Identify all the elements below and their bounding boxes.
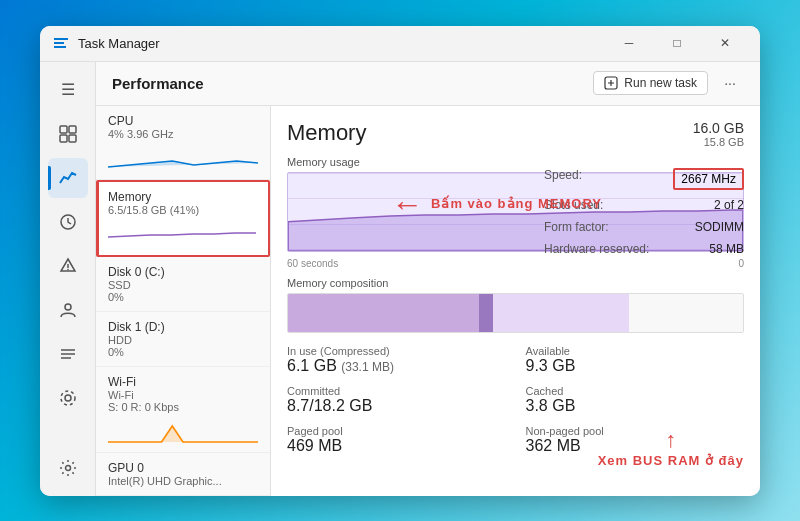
sidebar-services-icon[interactable] (48, 378, 88, 418)
sidebar-performance-icon[interactable] (48, 158, 88, 198)
gpu0-name: GPU 0 (108, 461, 258, 475)
wifi-mini-chart (108, 416, 258, 444)
titlebar: Task Manager ─ □ ✕ (40, 26, 760, 62)
more-options-button[interactable]: ··· (716, 69, 744, 97)
stat-committed: Committed 8.7/18.2 GB (287, 385, 506, 415)
memory-name: Memory (108, 190, 256, 204)
disk1-sub2: 0% (108, 346, 258, 358)
annotation-memory-text: Bấm vào bảng MEMORY (431, 196, 602, 211)
cpu-name: CPU (108, 114, 258, 128)
inuse-compressed: (33.1 MB) (341, 360, 394, 374)
sidebar-startup-icon[interactable] (48, 246, 88, 286)
memory-mini-chart (108, 219, 256, 247)
sidebar-users-icon[interactable] (48, 290, 88, 330)
wifi-sub2: S: 0 R: 0 Kbps (108, 401, 258, 413)
sidebar-processes-icon[interactable] (48, 114, 88, 154)
speed-label: Speed: (544, 168, 582, 190)
run-new-task-button[interactable]: Run new task (593, 71, 708, 95)
composition-free-segment (629, 294, 743, 332)
form-factor-value: SODIMM (695, 220, 744, 234)
cpu-mini-chart (108, 143, 258, 171)
memory-composition-bar (287, 293, 744, 333)
task-manager-window: Task Manager ─ □ ✕ ☰ (40, 26, 760, 496)
wifi-sub1: Wi-Fi (108, 389, 258, 401)
detail-panel: Memory 16.0 GB 15.8 GB Memory usage (271, 106, 760, 496)
speed-value-box: 2667 MHz (673, 168, 744, 190)
minimize-button[interactable]: ─ (606, 27, 652, 59)
device-item-disk0[interactable]: Disk 0 (C:) SSD 0% (96, 257, 270, 312)
performance-body: CPU 4% 3.96 GHz Memory 6.5/15.8 GB (41%) (96, 106, 760, 496)
stat-cached: Cached 3.8 GB (526, 385, 745, 415)
svg-point-17 (65, 465, 70, 470)
memory-total: 16.0 GB 15.8 GB (693, 120, 744, 148)
up-arrow-icon: ↑ (665, 427, 676, 453)
svg-rect-1 (54, 42, 64, 44)
device-item-disk1[interactable]: Disk 1 (D:) HDD 0% (96, 312, 270, 367)
svg-point-15 (65, 395, 71, 401)
memory-sub: 6.5/15.8 GB (41%) (108, 204, 256, 216)
inuse-label: In use (Compressed) (287, 345, 506, 357)
memory-total-main: 16.0 GB (693, 120, 744, 136)
cached-value: 3.8 GB (526, 397, 745, 415)
composition-standby-segment (493, 294, 630, 332)
svg-rect-5 (60, 135, 67, 142)
sidebar-hamburger-icon[interactable]: ☰ (48, 70, 88, 110)
inuse-main: 6.1 GB (287, 357, 337, 374)
annotation-bus-text: Xem BUS RAM ở đây (598, 453, 744, 468)
device-item-memory[interactable]: Memory 6.5/15.8 GB (41%) (96, 180, 270, 257)
hw-reserved-label: Hardware reserved: (544, 242, 649, 256)
sidebar-details-icon[interactable] (48, 334, 88, 374)
window-body: ☰ (40, 62, 760, 496)
performance-title: Performance (112, 75, 593, 92)
app-icon (52, 34, 70, 52)
disk1-sub1: HDD (108, 334, 258, 346)
svg-point-10 (67, 268, 69, 270)
detail-header: Memory 16.0 GB 15.8 GB (287, 120, 744, 148)
svg-point-16 (61, 391, 75, 405)
cached-label: Cached (526, 385, 745, 397)
device-item-gpu0[interactable]: GPU 0 Intel(R) UHD Graphic... (96, 453, 270, 496)
disk1-name: Disk 1 (D:) (108, 320, 258, 334)
device-item-wifi[interactable]: Wi-Fi Wi-Fi S: 0 R: 0 Kbps (96, 367, 270, 453)
window-title: Task Manager (78, 36, 606, 51)
window-controls: ─ □ ✕ (606, 27, 748, 59)
stat-form-factor-row: Form factor: SODIMM (544, 218, 744, 236)
close-button[interactable]: ✕ (702, 27, 748, 59)
performance-actions: Run new task ··· (593, 69, 744, 97)
run-icon (604, 76, 618, 90)
speed-value: 2667 MHz (681, 172, 736, 186)
svg-rect-3 (60, 126, 67, 133)
device-item-cpu[interactable]: CPU 4% 3.96 GHz (96, 106, 270, 180)
left-arrow-icon: ← (391, 188, 423, 220)
svg-rect-2 (54, 46, 66, 48)
available-value: 9.3 GB (526, 357, 745, 375)
composition-inuse-segment (288, 294, 479, 332)
committed-label: Committed (287, 385, 506, 397)
paged-value: 469 MB (287, 437, 506, 455)
main-content: Performance Run new task ··· (96, 62, 760, 496)
disk0-sub2: 0% (108, 291, 258, 303)
inuse-value: 6.1 GB (33.1 MB) (287, 357, 506, 375)
run-new-task-label: Run new task (624, 76, 697, 90)
sidebar-settings-icon[interactable] (48, 448, 88, 488)
disk0-name: Disk 0 (C:) (108, 265, 258, 279)
memory-composition-label: Memory composition (287, 277, 744, 289)
maximize-button[interactable]: □ (654, 27, 700, 59)
sidebar: ☰ (40, 62, 96, 496)
svg-rect-6 (69, 135, 76, 142)
wifi-name: Wi-Fi (108, 375, 258, 389)
sidebar-history-icon[interactable] (48, 202, 88, 242)
memory-title: Memory (287, 120, 366, 146)
time-start-label: 60 seconds (287, 258, 338, 269)
cpu-sub: 4% 3.96 GHz (108, 128, 258, 140)
gpu0-sub: Intel(R) UHD Graphic... (108, 475, 258, 487)
annotation-bus-ram: ↑ Xem BUS RAM ở đây (598, 427, 744, 468)
form-factor-label: Form factor: (544, 220, 609, 234)
device-list: CPU 4% 3.96 GHz Memory 6.5/15.8 GB (41%) (96, 106, 271, 496)
svg-rect-4 (69, 126, 76, 133)
annotation-memory-arrow: ← Bấm vào bảng MEMORY (391, 188, 602, 220)
stat-paged: Paged pool 469 MB (287, 425, 506, 455)
stat-hw-reserved-row: Hardware reserved: 58 MB (544, 240, 744, 258)
available-label: Available (526, 345, 745, 357)
memory-total-sub: 15.8 GB (693, 136, 744, 148)
